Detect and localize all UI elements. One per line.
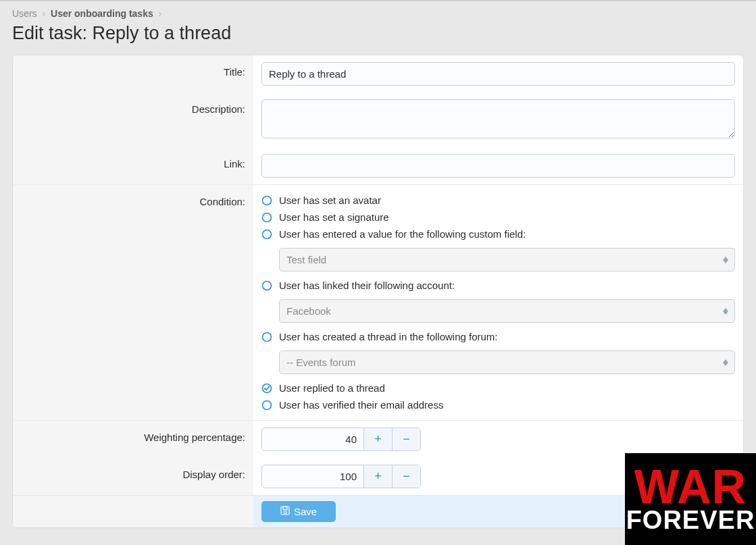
- condition-custom-field-label: User has entered a value for the followi…: [279, 228, 526, 240]
- forum-select-value: -- Events forum: [286, 357, 356, 368]
- svg-point-1: [263, 213, 272, 222]
- overlay-thumbnail: WAR FOREVER: [625, 453, 756, 545]
- description-label: Description:: [13, 93, 253, 147]
- title-input[interactable]: [261, 62, 735, 86]
- svg-point-0: [263, 196, 272, 205]
- svg-point-6: [263, 400, 272, 409]
- title-label: Title:: [13, 55, 253, 93]
- condition-replied-thread-label: User replied to a thread: [279, 382, 385, 394]
- condition-signature-label: User has set a signature: [279, 211, 389, 223]
- plus-icon: +: [374, 432, 382, 446]
- overlay-line2: FOREVER: [626, 509, 755, 531]
- custom-field-select-value: Test field: [286, 254, 326, 265]
- condition-verified-email-label: User has verified their email address: [279, 399, 443, 411]
- display-order-increase-button[interactable]: +: [363, 465, 392, 488]
- radio-linked-account[interactable]: [261, 280, 272, 291]
- save-button[interactable]: Save: [261, 501, 336, 522]
- svg-point-2: [263, 230, 272, 238]
- custom-field-select[interactable]: Test field: [279, 248, 735, 271]
- minus-icon: −: [403, 469, 410, 484]
- radio-replied-thread[interactable]: [261, 383, 272, 394]
- condition-created-thread-label: User has created a thread in the followi…: [279, 331, 498, 342]
- condition-label: Condition:: [13, 185, 253, 420]
- chevron-right-icon: ›: [159, 8, 162, 19]
- chevron-right-icon: ›: [42, 8, 45, 19]
- display-order-stepper: + −: [261, 465, 421, 488]
- breadcrumb: Users › User onboarding tasks ›: [0, 1, 756, 23]
- radio-verified-email[interactable]: [261, 400, 272, 411]
- condition-avatar-label: User has set an avatar: [279, 194, 381, 206]
- svg-point-3: [263, 281, 272, 290]
- svg-point-9: [284, 511, 286, 514]
- description-textarea[interactable]: [261, 99, 735, 138]
- breadcrumb-onboarding-tasks[interactable]: User onboarding tasks: [51, 8, 153, 19]
- save-icon: [280, 506, 290, 517]
- plus-icon: +: [374, 469, 382, 484]
- weighting-label: Weighting percentage:: [13, 421, 253, 458]
- forum-select[interactable]: -- Events forum: [279, 351, 735, 374]
- link-input[interactable]: [261, 154, 735, 178]
- link-label: Link:: [13, 147, 253, 184]
- linked-account-select-value: Facebook: [286, 305, 331, 317]
- radio-signature[interactable]: [261, 212, 272, 223]
- radio-avatar[interactable]: [261, 195, 272, 206]
- save-button-label: Save: [294, 506, 317, 517]
- weighting-stepper: + −: [261, 427, 421, 451]
- radio-custom-field[interactable]: [261, 229, 272, 240]
- minus-icon: −: [403, 432, 410, 446]
- breadcrumb-users[interactable]: Users: [12, 8, 37, 19]
- display-order-decrease-button[interactable]: −: [392, 465, 420, 488]
- weighting-input[interactable]: [262, 428, 363, 450]
- linked-account-select[interactable]: Facebook: [279, 299, 735, 323]
- condition-linked-account-label: User has linked their following account:: [279, 280, 455, 291]
- svg-point-5: [263, 384, 272, 392]
- overlay-line1: WAR: [634, 467, 747, 508]
- updown-icon: [722, 255, 729, 265]
- weighting-decrease-button[interactable]: −: [392, 428, 420, 450]
- radio-created-thread[interactable]: [261, 332, 272, 342]
- updown-icon: [722, 358, 729, 367]
- display-order-input[interactable]: [262, 465, 363, 488]
- updown-icon: [722, 307, 729, 316]
- display-order-label: Display order:: [13, 458, 253, 495]
- page-title: Edit task: Reply to a thread: [0, 23, 756, 55]
- svg-point-4: [263, 332, 272, 341]
- weighting-increase-button[interactable]: +: [363, 428, 392, 450]
- svg-rect-8: [283, 507, 287, 510]
